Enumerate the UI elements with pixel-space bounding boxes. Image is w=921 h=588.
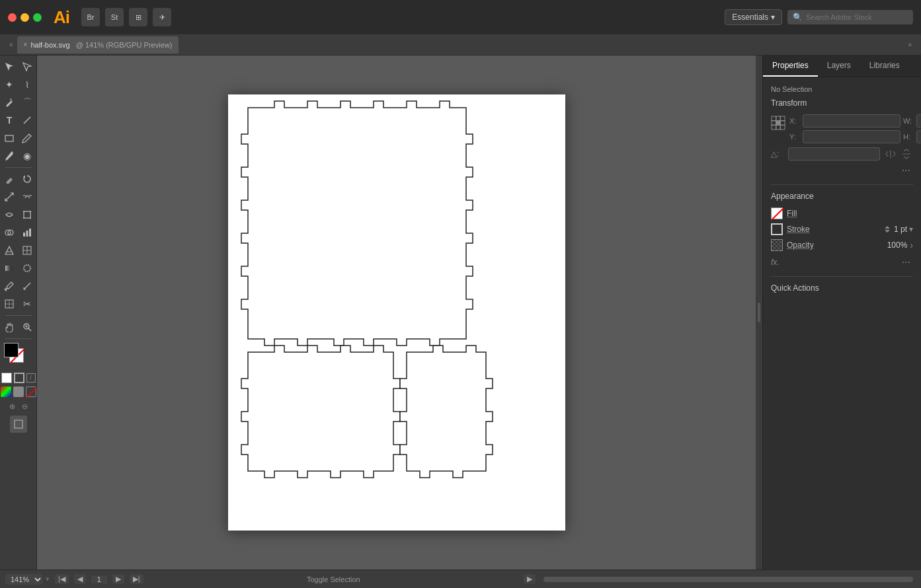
svg-line-17 [24, 283, 30, 289]
svg-rect-31 [772, 116, 776, 121]
w-input[interactable] [916, 114, 921, 128]
lasso-tool[interactable]: ⌇ [19, 76, 36, 93]
rotate-tool[interactable] [19, 170, 36, 188]
artboard[interactable] [228, 94, 565, 531]
eyedropper-tool[interactable] [1, 277, 18, 295]
stroke-button[interactable] [14, 373, 24, 383]
measure-tool[interactable] [19, 277, 36, 295]
stroke-label[interactable]: Stroke [787, 225, 810, 234]
h-input[interactable] [916, 130, 921, 143]
blur-tool[interactable] [19, 260, 36, 277]
type-tool[interactable]: T [1, 112, 18, 129]
eraser-tool[interactable] [1, 170, 18, 188]
transform-more-button[interactable]: ··· [899, 163, 913, 178]
titlebar: Ai Br St ⊞ ✈ Essentials ▾ 🔍 [0, 0, 921, 34]
transform-reference-icon[interactable] [771, 114, 785, 131]
scale-tool[interactable] [1, 188, 18, 205]
panel-resize-handle[interactable] [756, 55, 762, 570]
appearance-more-button[interactable]: ··· [899, 255, 913, 270]
tab-close-button[interactable]: × [24, 41, 28, 48]
stroke-stepper[interactable] [883, 225, 892, 234]
fx-label[interactable]: fx. [771, 258, 780, 267]
rotate-input[interactable] [788, 147, 880, 161]
selection-tool[interactable] [1, 58, 18, 75]
y-input[interactable] [803, 130, 901, 143]
color-mode-button[interactable] [1, 386, 11, 397]
stock-search-container[interactable]: 🔍 [787, 10, 913, 24]
reshape-tool[interactable]: ⌤ [19, 188, 36, 205]
essentials-button[interactable]: Essentials ▾ [725, 9, 782, 25]
none-mode-button[interactable] [26, 386, 36, 397]
close-button[interactable] [8, 13, 17, 22]
paintbrush-tool[interactable] [19, 129, 36, 147]
color-swatches [4, 343, 33, 369]
blob-brush-tool[interactable]: ◉ [19, 147, 36, 165]
tab-properties[interactable]: Properties [763, 55, 818, 77]
hand-tool[interactable] [1, 318, 18, 336]
separator-1 [5, 167, 32, 168]
stock-search-input[interactable] [806, 13, 905, 21]
maximize-button[interactable] [33, 13, 42, 22]
line-tool[interactable] [19, 112, 36, 129]
graph-tool[interactable] [19, 224, 36, 241]
none-button[interactable]: / [26, 373, 36, 383]
left-toolbar: ✦ ⌇ ⌒ T [0, 55, 37, 570]
svg-rect-37 [772, 125, 776, 129]
fill-button[interactable] [1, 373, 12, 383]
bridge-button[interactable]: Br [81, 8, 100, 26]
zoom-out-button[interactable]: ⊖ [19, 401, 30, 412]
stroke-swatch[interactable] [771, 223, 783, 235]
zoom-in-button[interactable]: ⊕ [7, 401, 17, 412]
tab-layers[interactable]: Layers [818, 55, 860, 77]
horizontal-scrollbar[interactable] [543, 577, 913, 582]
screen-mode-button[interactable] [10, 416, 27, 433]
play-button[interactable]: ▶ [524, 574, 536, 584]
fill-label[interactable]: Fill [787, 209, 797, 218]
perspective-tool[interactable] [1, 242, 18, 259]
page-input[interactable] [91, 575, 107, 583]
gradient-mode-button[interactable] [13, 386, 24, 397]
svg-point-3 [23, 211, 24, 212]
panel-collapse-right[interactable]: » [904, 41, 916, 48]
panel-collapse-left[interactable]: « [5, 41, 17, 48]
mesh-tool[interactable] [19, 242, 36, 259]
curvature-tool[interactable]: ⌒ [19, 94, 36, 111]
free-transform-tool[interactable] [19, 206, 36, 223]
minimize-button[interactable] [20, 13, 29, 22]
panel-content: No Selection Transform [763, 77, 921, 570]
svg-rect-9 [23, 233, 25, 237]
flip-v-button[interactable] [900, 147, 913, 161]
tab-libraries[interactable]: Libraries [860, 55, 909, 77]
flip-h-button[interactable] [884, 147, 897, 161]
next-page-button[interactable]: ▶ [112, 574, 124, 584]
zoom-select[interactable]: 141% 100% 200% 50% [5, 574, 43, 585]
magic-wand-tool[interactable]: ✦ [1, 76, 18, 93]
scissors-tool[interactable]: ✂ [19, 295, 36, 312]
opacity-expand-arrow[interactable]: › [910, 240, 913, 250]
eyedropper-row [1, 277, 36, 295]
rectangle-tool[interactable] [1, 129, 18, 147]
foreground-color-swatch[interactable] [4, 343, 19, 357]
pen-tool[interactable] [1, 94, 18, 111]
direct-selection-tool[interactable] [19, 58, 36, 75]
app-logo: Ai [54, 7, 69, 28]
opacity-label[interactable]: Opacity [787, 240, 814, 250]
shape-builder-tool[interactable] [1, 224, 18, 241]
stroke-dropdown-arrow[interactable]: ▾ [909, 225, 913, 234]
zoom-tool[interactable] [19, 318, 36, 336]
warp-tool[interactable] [1, 206, 18, 223]
slice-tool[interactable] [1, 295, 18, 312]
pencil-tool[interactable] [1, 147, 18, 165]
prev-page-button[interactable]: ◀ [74, 574, 86, 584]
divider-1 [771, 184, 913, 185]
workspace-button[interactable]: ⊞ [129, 8, 147, 26]
x-input[interactable] [803, 114, 901, 128]
first-page-button[interactable]: |◀ [55, 574, 69, 584]
zoom-controls: 141% 100% 200% 50% ▾ [5, 574, 50, 585]
document-tab[interactable]: × half-box.svg @ 141% (RGB/GPU Preview) [17, 36, 179, 54]
last-page-button[interactable]: ▶| [130, 574, 143, 584]
gradient-tool[interactable] [1, 260, 18, 277]
share-button[interactable]: ✈ [153, 8, 171, 26]
fill-swatch[interactable] [771, 207, 783, 219]
stock-button[interactable]: St [105, 8, 124, 26]
